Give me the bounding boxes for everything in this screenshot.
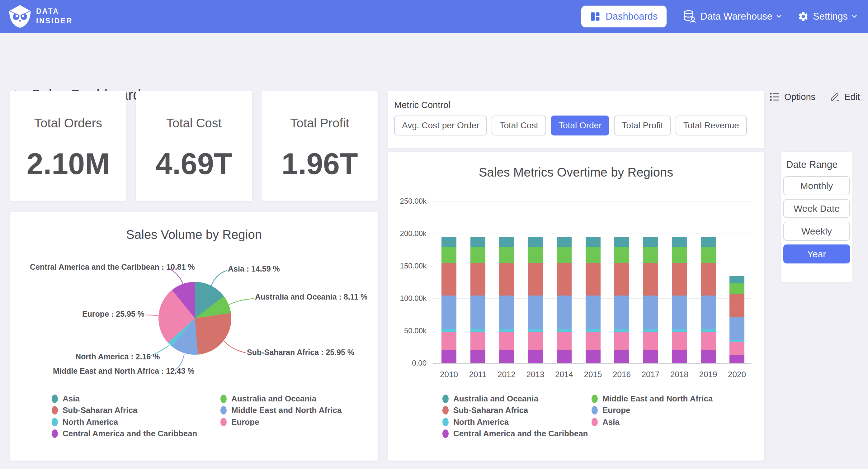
metric-button-total-order[interactable]: Total Order (551, 116, 610, 136)
legend-item-asia[interactable]: Asia (52, 393, 80, 404)
legend-item-asia[interactable]: Asia (592, 417, 620, 427)
kpi-value: 2.10M (10, 147, 126, 181)
nav-data-warehouse[interactable]: Data Warehouse (683, 9, 781, 24)
nav-dashboards[interactable]: Dashboards (581, 6, 666, 27)
gear-icon (798, 11, 809, 22)
bar-2011[interactable] (470, 237, 485, 363)
options-label: Options (784, 92, 815, 102)
legend-item-central-america-and-the-caribbean[interactable]: Central America and the Caribbean (52, 429, 197, 439)
bar-segment-australia-and-oceania (701, 237, 716, 247)
legend-label: Sub-Saharan Africa (63, 406, 137, 415)
legend-label: Central America and the Caribbean (63, 429, 197, 438)
bar-segment-europe (672, 296, 687, 329)
bar-segment-australia-and-oceania (557, 237, 571, 247)
legend-item-middle-east-and-north-africa[interactable]: Middle East and North Africa (592, 393, 713, 404)
bar-segment-north-america (701, 329, 716, 332)
nav-settings-label: Settings (813, 11, 848, 22)
bar-2013[interactable] (528, 237, 543, 363)
bar-segment-middle-east-and-north-africa (614, 247, 629, 263)
bar-2010[interactable] (441, 237, 457, 363)
legend-item-middle-east-and-north-africa[interactable]: Middle East and North Africa (220, 406, 342, 415)
x-axis-label: 2010 (435, 370, 463, 379)
bar-2019[interactable] (701, 237, 716, 363)
legend-label: Europe (602, 406, 630, 415)
bar-segment-north-america (441, 329, 457, 332)
grid-line (433, 234, 751, 234)
date-range-button-monthly[interactable]: Monthly (783, 176, 850, 195)
bar-segment-europe (441, 296, 457, 329)
legend-label: North America (63, 417, 118, 427)
bar-segment-europe (528, 296, 543, 329)
date-range-button-week-date[interactable]: Week Date (783, 199, 850, 218)
nav-settings[interactable]: Settings (798, 11, 857, 22)
legend-dot-icon (52, 430, 58, 438)
pie-circle[interactable] (158, 282, 231, 355)
pie-callout-middle-east-and-north-africa: Middle East and North Africa : 12.43 % (53, 367, 173, 376)
bar-segment-sub-saharan-africa (730, 294, 744, 317)
x-axis-label: 2019 (694, 370, 723, 379)
bar-segment-middle-east-and-north-africa (470, 247, 485, 263)
bar-segment-australia-and-oceania (470, 237, 485, 247)
legend-item-central-america-and-the-caribbean[interactable]: Central America and the Caribbean (442, 429, 588, 439)
bar-segment-north-america (499, 329, 514, 332)
bar-segment-australia-and-oceania (643, 237, 658, 247)
legend-item-north-america[interactable]: North America (442, 417, 509, 427)
bar-segment-sub-saharan-africa (499, 263, 514, 296)
legend-dot-icon (442, 418, 448, 426)
legend-item-australia-and-oceania[interactable]: Australia and Oceania (442, 393, 538, 404)
date-range-button-weekly[interactable]: Weekly (783, 222, 850, 241)
y-axis-tick: 50.00k (386, 326, 427, 335)
bar-segment-australia-and-oceania (441, 237, 457, 247)
bar-2015[interactable] (586, 237, 600, 363)
metric-control-title: Metric Control (394, 100, 451, 110)
bar-segment-asia (557, 332, 571, 350)
grid-line (433, 363, 751, 364)
x-axis-label: 2015 (579, 370, 608, 379)
legend-item-europe[interactable]: Europe (592, 406, 630, 415)
legend-dot-icon (442, 394, 448, 403)
options-button[interactable]: Options (770, 92, 815, 102)
date-range-button-year[interactable]: Year (783, 244, 850, 263)
pie-callout-asia: Asia : 14.59 % (228, 264, 280, 273)
bar-2014[interactable] (557, 237, 571, 363)
bar-2018[interactable] (672, 237, 687, 363)
bar-segment-middle-east-and-north-africa (701, 247, 716, 263)
kpi-card-total-orders: Total Orders 2.10M (10, 91, 126, 201)
bar-segment-australia-and-oceania (528, 237, 543, 247)
bar-segment-asia (701, 332, 716, 350)
y-axis-tick: 150.00k (386, 262, 427, 270)
bar-segment-north-america (528, 329, 543, 332)
bar-segment-asia (643, 332, 658, 350)
bar-2016[interactable] (614, 237, 629, 363)
nav-menu: Dashboards Data Warehouse (581, 0, 857, 33)
owl-logo-icon (8, 4, 32, 29)
bar-2012[interactable] (499, 237, 514, 363)
legend-label: Europe (231, 417, 259, 427)
bar-segment-central-america-and-the-caribbean (528, 350, 543, 363)
metric-button-total-cost[interactable]: Total Cost (492, 116, 546, 136)
top-nav: DATA INSIDER Dashboards (0, 0, 868, 33)
legend-item-europe[interactable]: Europe (220, 417, 259, 427)
x-axis-label: 2013 (521, 370, 550, 379)
metric-button-total-profit[interactable]: Total Profit (614, 116, 671, 136)
metric-button-avg-cost-per-order[interactable]: Avg. Cost per Order (394, 116, 487, 136)
x-axis-label: 2018 (665, 370, 694, 379)
edit-button[interactable]: Edit (830, 92, 860, 102)
bar-2020[interactable] (730, 276, 744, 363)
x-axis-label: 2017 (637, 370, 665, 379)
legend-item-north-america[interactable]: North America (52, 417, 118, 427)
bar-segment-central-america-and-the-caribbean (441, 350, 457, 363)
bar-segment-asia (614, 332, 629, 350)
legend-item-sub-saharan-africa[interactable]: Sub-Saharan Africa (52, 406, 137, 415)
bar-segment-sub-saharan-africa (557, 263, 571, 296)
legend-item-sub-saharan-africa[interactable]: Sub-Saharan Africa (442, 406, 528, 415)
bar-segment-central-america-and-the-caribbean (643, 350, 658, 363)
metric-button-total-revenue[interactable]: Total Revenue (676, 116, 747, 136)
bar-segment-north-america (672, 329, 687, 332)
legend-item-australia-and-oceania[interactable]: Australia and Oceania (220, 393, 316, 404)
brand-line2: INSIDER (36, 16, 73, 26)
bar-segment-sub-saharan-africa (701, 263, 716, 296)
bar-2017[interactable] (643, 237, 658, 363)
app: DATA INSIDER Dashboards (0, 0, 868, 469)
bar-segment-sub-saharan-africa (441, 263, 457, 296)
